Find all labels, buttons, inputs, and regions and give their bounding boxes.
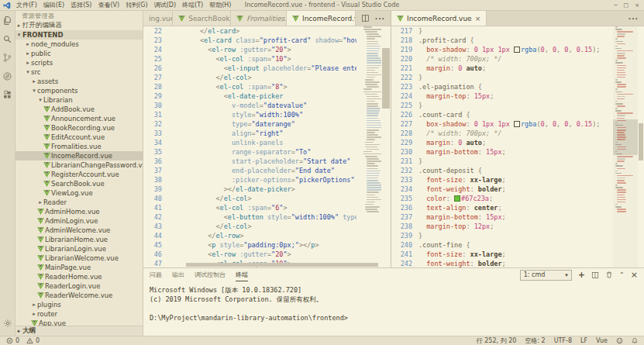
code-line[interactable]: 241 font-size: xx-large; <box>391 250 615 259</box>
code-line[interactable]: 220 /* width: 700px; */ <box>391 54 615 64</box>
code-line[interactable]: 230 margin-bottom: 15px; <box>391 147 615 157</box>
menu-item-g[interactable]: 转到(G) <box>122 1 150 9</box>
code-line[interactable]: 37 end-placeholder="End date" <box>143 166 356 175</box>
panel-tab-问题[interactable]: 问题 <box>150 269 162 281</box>
panel-tab-调试控制台[interactable]: 调试控制台 <box>195 269 226 281</box>
code-line[interactable]: 228 /* width: 700px; */ <box>391 129 615 138</box>
tab-ing.vue[interactable]: ing.vue <box>143 11 173 26</box>
tree-item-searchbook.vue[interactable]: SearchBook.vue <box>15 179 143 188</box>
code-line[interactable]: 226.count-card { <box>391 110 615 119</box>
code-line[interactable]: 218.profit-card { <box>391 36 615 45</box>
code-line[interactable]: 242 font-weight: bolder; <box>391 259 615 267</box>
code-line[interactable]: 231} <box>391 157 615 166</box>
minimap-2[interactable] <box>613 26 638 267</box>
activitybar-manage[interactable] <box>0 314 15 333</box>
code-line[interactable]: 219 box-shadow: 0 1px 1px rgba(0, 0, 0, … <box>391 45 615 54</box>
tree-item-readerlogin.vue[interactable]: ReaderLogin.vue <box>15 281 143 291</box>
tree-item-librarian[interactable]: ▾Librarian <box>15 95 143 105</box>
code-line[interactable]: 236 text-align: center; <box>391 203 615 212</box>
tree-item-adminwelcome.vue[interactable]: AdminWelcome.vue <box>15 226 143 235</box>
tree-item-readerhome.vue[interactable]: ReaderHome.vue <box>15 272 143 281</box>
split-terminal-icon[interactable] <box>591 271 599 279</box>
code-line[interactable]: 44 </el-row> <box>143 231 356 240</box>
activitybar-explorer[interactable] <box>0 11 15 29</box>
tree-item-bookrecording.vue[interactable]: BookRecording.vue <box>15 123 143 133</box>
tab-searchbook.vue[interactable]: SearchBook.vue <box>173 11 231 26</box>
activitybar-search[interactable] <box>0 29 15 48</box>
tree-item-assets[interactable]: ▸assets <box>15 77 143 86</box>
tree-item-plugins[interactable]: ▸plugins <box>15 300 143 309</box>
code-line[interactable]: 223.el-pagination { <box>391 82 615 91</box>
code-line[interactable]: 42 <el-button style="width:100%" type="p… <box>143 212 356 222</box>
open-editors-section[interactable]: ▸ 打开的编辑器 <box>15 21 143 30</box>
tab-incomerecord.vue[interactable]: IncomeRecord.vue <box>287 11 356 26</box>
menu-item-t[interactable]: 终端(T) <box>179 1 206 9</box>
code-line[interactable]: 34 unlink-panels <box>143 138 356 147</box>
tree-item-librarianlogin.vue[interactable]: LibrarianLogin.vue <box>15 244 143 254</box>
outline-section[interactable]: ▸ 大纲 <box>15 326 143 336</box>
tree-item-incomerecord.vue[interactable]: IncomeRecord.vue <box>15 151 143 160</box>
code-line[interactable]: 217} <box>391 26 615 36</box>
tree-item-public[interactable]: ▸public <box>15 49 143 58</box>
code-line[interactable]: 33 align="right" <box>143 129 356 138</box>
code-line[interactable]: 25 <el-col :span="10"> <box>143 54 356 64</box>
code-line[interactable]: 238 margin-top: 12px; <box>391 222 615 231</box>
tree-item-librarianwelcome.vue[interactable]: LibrarianWelcome.vue <box>15 254 143 263</box>
code-line[interactable]: 23 <el-card class="profit-card" shadow="… <box>143 36 356 45</box>
vertical-scrollbar-2[interactable] <box>638 26 644 267</box>
status-item[interactable]: 空格: 2 <box>525 336 545 345</box>
minimize-button[interactable]: ─ <box>614 2 617 9</box>
code-line[interactable]: 26 <el-input placeholder="Please enter P… <box>143 64 356 73</box>
code-line[interactable]: 222} <box>391 73 615 82</box>
panel-tab-终端[interactable]: 终端 <box>236 269 248 281</box>
tree-item-mainpage.vue[interactable]: MainPage.vue <box>15 263 143 272</box>
code-line[interactable]: 29 <el-date-picker <box>143 91 356 101</box>
close-button[interactable]: × <box>635 2 639 9</box>
code-line[interactable]: 221 margin: 0 auto; <box>391 64 615 73</box>
code-line[interactable]: 38 :picker-options="pickerOptions" <box>143 175 356 185</box>
tab-fromalities.vue[interactable]: Fromalities.vue <box>231 11 287 26</box>
code-line[interactable]: 32 type="daterange" <box>143 119 356 129</box>
menu-item-h[interactable]: 帮助(H) <box>206 1 234 9</box>
kill-terminal-icon[interactable] <box>605 271 613 279</box>
code-editor-1[interactable]: 22 </el-card>23 <el-card class="profit-c… <box>143 26 356 267</box>
minimap-1[interactable] <box>356 26 381 267</box>
split-editor-icon[interactable] <box>361 14 370 22</box>
code-line[interactable]: 41 <el-col :span="6"> <box>143 203 356 212</box>
tree-item-editaccount.vue[interactable]: EditAccount.vue <box>15 133 143 142</box>
terminal-shell-select[interactable]: 1: cmd ▾ <box>520 270 572 281</box>
tree-item-readerwelcome.vue[interactable]: ReaderWelcome.vue <box>15 291 143 300</box>
tree-item-router[interactable]: ▸router <box>15 309 143 319</box>
menu-item-d[interactable]: 调试(D) <box>151 1 179 9</box>
code-line[interactable]: 235 color: #67c23a; <box>391 194 615 203</box>
tree-item-addbook.vue[interactable]: AddBook.vue <box>15 105 143 114</box>
status-item-error[interactable]: 0 <box>6 337 19 344</box>
code-line[interactable]: 43 </el-col> <box>143 222 356 231</box>
tree-item-registeraccount.vue[interactable]: RegisterAccount.vue <box>15 170 143 179</box>
code-line[interactable]: 27 </el-col> <box>143 73 356 82</box>
status-item[interactable]: LF <box>580 337 587 344</box>
tab-close-icon[interactable]: × <box>475 15 481 22</box>
more-actions-icon[interactable]: ··· <box>375 15 385 22</box>
code-line[interactable]: 229 margin: 0 auto; <box>391 138 615 147</box>
code-line[interactable]: 237 margin-bottom: 15px; <box>391 212 615 222</box>
code-line[interactable]: 39 ></el-date-picker> <box>143 185 356 194</box>
code-line[interactable]: 233 font-size: xx-large; <box>391 175 615 185</box>
status-item[interactable]: Vue <box>596 337 608 344</box>
status-item[interactable]: UTF-8 <box>554 337 572 344</box>
root-folder-section[interactable]: ▾ FRONTEND <box>15 30 143 40</box>
vertical-scrollbar-1[interactable] <box>381 26 391 267</box>
maximize-panel-icon[interactable]: ⌃ <box>619 271 625 278</box>
code-line[interactable]: 234 font-weight: bolder; <box>391 185 615 194</box>
status-item-warning[interactable]: 0 <box>26 337 40 344</box>
menu-item-s[interactable]: 选择(S) <box>67 1 95 9</box>
maximize-button[interactable]: □ <box>624 2 629 9</box>
status-item-bell[interactable] <box>632 337 638 344</box>
code-line[interactable]: 30 v-model="datevalue" <box>143 101 356 110</box>
scrollbar-thumb[interactable] <box>639 123 643 160</box>
tree-item-scripts[interactable]: ▸scripts <box>15 58 143 67</box>
code-line[interactable]: 22 </el-card> <box>143 26 356 36</box>
menu-item-v[interactable]: 查看(V) <box>95 1 122 9</box>
status-item-feedback[interactable] <box>616 337 623 344</box>
activitybar-debug[interactable] <box>0 67 15 85</box>
